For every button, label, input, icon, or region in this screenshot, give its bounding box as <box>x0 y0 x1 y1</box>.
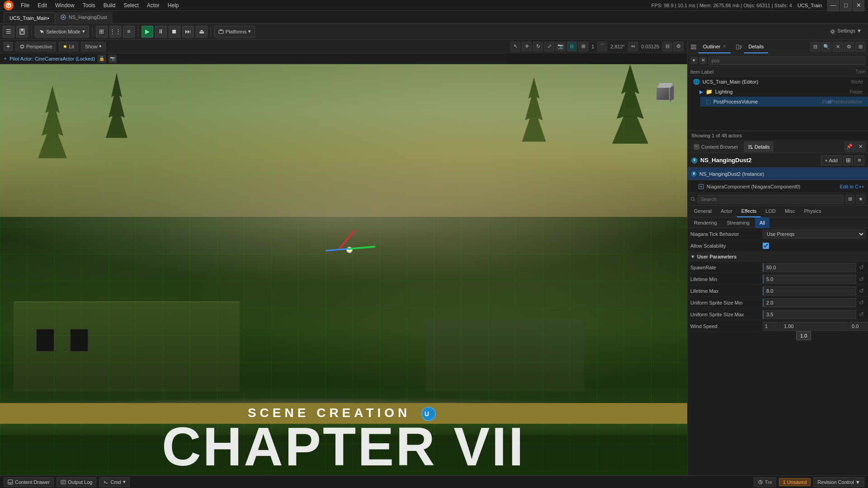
cube-widget[interactable] <box>651 80 678 108</box>
sprite-size-max-input[interactable] <box>763 310 856 319</box>
pause-btn[interactable]: ⏸ <box>155 26 167 38</box>
edit-cpp-link[interactable]: Edit in C++ <box>840 184 864 189</box>
realtime-btn[interactable]: R <box>567 42 577 52</box>
eject-btn[interactable]: ⏏ <box>196 26 208 38</box>
niagara-tick-dropdown[interactable]: Use Prereqs <box>763 230 865 239</box>
spawn-rate-input[interactable] <box>763 263 856 272</box>
show-btn[interactable]: Show ▾ <box>81 42 106 52</box>
subtab-streaming[interactable]: Streaming <box>722 217 754 228</box>
panel-filter-icon[interactable]: ⊟ <box>810 42 820 52</box>
camera-tool[interactable]: 📷 <box>556 42 566 52</box>
track-btn[interactable]: Tre <box>754 477 776 487</box>
lifetime-min-input[interactable] <box>763 275 856 284</box>
selection-mode-btn[interactable]: Selection Mode ▾ <box>35 26 89 38</box>
menu-tools[interactable]: Tools <box>79 1 99 9</box>
wind-speed-value[interactable]: ↺ <box>763 322 868 331</box>
cb-close-icon[interactable]: ✕ <box>855 142 865 152</box>
details-tab-inner[interactable]: Details <box>744 141 774 152</box>
panel-expand-icon[interactable]: ⊞ <box>855 42 865 52</box>
spawn-rate-reset[interactable]: ↺ <box>857 263 865 272</box>
actor-grid-btn[interactable]: ⊞ <box>843 155 853 165</box>
tab-details[interactable]: Details <box>744 41 769 53</box>
content-browser-tab[interactable]: Content Browser <box>690 141 742 152</box>
cat-general[interactable]: General <box>689 206 716 217</box>
toolbar-save-icon[interactable] <box>16 26 28 38</box>
wind-v2-input[interactable] <box>782 322 849 331</box>
actor-list-btn[interactable]: ≡ <box>854 155 864 165</box>
allow-scalability-checkbox[interactable] <box>763 243 769 249</box>
transform-gizmo[interactable] <box>330 230 366 266</box>
tree-row-lighting[interactable]: ▶ 📁 Lighting Folder <box>694 87 868 97</box>
outliner-tree[interactable]: 🌐 UCS_Train_Main (Editor) World ▶ 📁 Ligh… <box>688 77 868 131</box>
lifetime-max-input[interactable] <box>763 286 856 296</box>
stop-btn[interactable]: ⏹ <box>169 26 180 38</box>
lifetime-min-value[interactable]: ↺ <box>763 275 865 284</box>
output-log-btn[interactable]: Output Log <box>57 477 96 487</box>
scale-tool[interactable]: ⤢ <box>544 42 554 52</box>
content-drawer-btn[interactable]: Content Drawer <box>4 477 54 487</box>
tab-ns-hanging[interactable]: NS_HangingDust <box>55 12 113 23</box>
menu-help[interactable]: Help <box>164 1 183 9</box>
align-icon[interactable]: ≡ <box>123 26 135 38</box>
lifetime-max-reset[interactable]: ↺ <box>857 287 865 295</box>
cat-lod[interactable]: LOD <box>761 206 780 217</box>
outliner-filter-btn[interactable]: ▾ <box>690 57 698 64</box>
layout-icon[interactable]: ⊟ <box>662 42 672 52</box>
rotate-tool[interactable]: ↻ <box>533 42 543 52</box>
niagara-component-row[interactable]: NiagaraComponent (NiagaraComponent0) Edi… <box>688 180 868 193</box>
lifetime-max-value[interactable]: ↺ <box>763 286 865 296</box>
move-tool[interactable]: ✛ <box>522 42 532 52</box>
viewport-scene[interactable]: SCENE CREATION U CHAPTER VII ▼ X — Hangi… <box>0 64 687 488</box>
spawn-rate-value[interactable]: ↺ <box>763 263 865 272</box>
panel-search-toggle[interactable]: 🔍 <box>821 42 831 52</box>
pilot-camera-icon[interactable]: 📷 <box>108 55 117 63</box>
user-params-header[interactable]: ▼ User Parameters <box>688 252 868 262</box>
grid-btn[interactable]: ⊞ <box>578 42 588 52</box>
subtab-rendering[interactable]: Rendering <box>689 217 722 228</box>
menu-edit[interactable]: Edit <box>34 1 51 9</box>
props-star-btn[interactable]: ★ <box>856 195 865 204</box>
snap-icon[interactable]: ⊞ <box>96 26 108 38</box>
outliner-clear-btn[interactable]: ✕ <box>699 57 707 64</box>
tree-row-postprocess[interactable]: ⬚ PostProcessVolume PostProcessVolume <box>700 97 868 107</box>
settings-btn[interactable]: Settings ▼ <box>826 28 865 34</box>
niagara-tick-value[interactable]: Use Prereqs <box>763 230 865 239</box>
toolbar-menu-icon[interactable]: ☰ <box>3 26 14 38</box>
scale-icon[interactable]: ⇔ <box>628 42 638 52</box>
panel-lock-icon[interactable]: ✕ <box>833 42 843 52</box>
sprite-size-max-value[interactable]: ↺ <box>763 310 865 319</box>
unsaved-badge[interactable]: 1 Unsaved <box>779 478 811 486</box>
subtab-all[interactable]: All <box>755 217 769 228</box>
revision-btn[interactable]: Revision Control ▼ <box>813 477 864 487</box>
menu-file[interactable]: File <box>17 1 33 9</box>
cat-actor[interactable]: Actor <box>716 206 737 217</box>
cmd-btn[interactable]: Cmd ▾ <box>99 477 129 487</box>
pilot-lock-icon[interactable]: 🔒 <box>98 55 106 63</box>
cb-pin-icon[interactable]: 📌 <box>844 142 854 152</box>
outliner-search-input[interactable] <box>708 56 865 65</box>
menu-window[interactable]: Window <box>52 1 78 9</box>
menu-select[interactable]: Select <box>120 1 142 9</box>
settings-vp-icon[interactable]: ⚙ <box>674 42 684 52</box>
outliner-close[interactable]: ✕ <box>722 44 726 49</box>
props-grid-btn[interactable]: ⊞ <box>845 195 854 204</box>
cat-physics[interactable]: Physics <box>800 206 826 217</box>
tree-row-world[interactable]: 🌐 UCS_Train_Main (Editor) World <box>688 77 868 87</box>
grid-snap-icon[interactable]: ⋮⋮ <box>109 26 121 38</box>
skip-btn[interactable]: ⏭ <box>182 26 194 38</box>
minimize-btn[interactable]: — <box>827 0 839 11</box>
platforms-btn[interactable]: Platforms ▾ <box>214 26 255 38</box>
menu-build[interactable]: Build <box>100 1 119 9</box>
instance-row[interactable]: NS_HangingDust2 (Instance) <box>688 168 868 180</box>
sprite-size-min-input[interactable] <box>763 298 856 307</box>
close-btn[interactable]: ✕ <box>853 0 864 11</box>
select-tool[interactable]: ↖ <box>510 42 520 52</box>
play-btn[interactable]: ▶ <box>142 26 153 38</box>
cat-effects[interactable]: Effects <box>737 206 761 217</box>
props-search-input[interactable] <box>698 195 844 204</box>
perspective-btn[interactable]: Perspective <box>15 42 56 52</box>
sprite-size-min-value[interactable]: ↺ <box>763 298 865 307</box>
tab-main[interactable]: UCS_Train_Main• <box>4 12 55 23</box>
wind-v3-input[interactable] <box>849 322 868 331</box>
cat-misc[interactable]: Misc <box>780 206 800 217</box>
